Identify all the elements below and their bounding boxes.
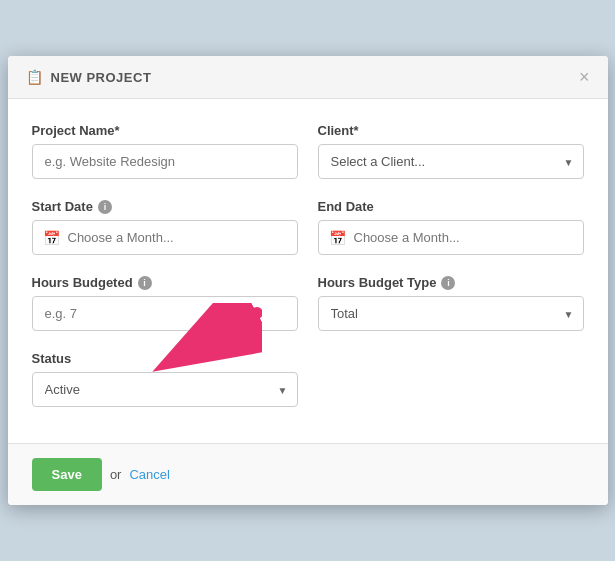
end-date-wrapper: 📅: [318, 220, 584, 255]
modal-footer: Save or Cancel: [8, 443, 608, 505]
new-project-modal: 📋 NEW PROJECT × Project Name* Client* Se…: [8, 56, 608, 505]
info-icon-budget-type: i: [441, 276, 455, 290]
hours-budget-type-wrapper: Total Per Person Per Task ▼: [318, 296, 584, 331]
start-date-label: Start Date i: [32, 199, 298, 214]
form-row-2: Start Date i 📅 End Date 📅: [32, 199, 584, 255]
client-select[interactable]: Select a Client...: [318, 144, 584, 179]
hours-budgeted-input[interactable]: [32, 296, 298, 331]
start-date-input[interactable]: [68, 221, 287, 254]
start-date-group: Start Date i 📅: [32, 199, 298, 255]
info-icon-start-date: i: [98, 200, 112, 214]
hours-budget-type-label: Hours Budget Type i: [318, 275, 584, 290]
hours-budgeted-group: Hours Budgeted i: [32, 275, 298, 331]
hours-budget-type-select[interactable]: Total Per Person Per Task: [318, 296, 584, 331]
modal-header-left: 📋 NEW PROJECT: [26, 69, 152, 85]
status-select-wrapper: Active Inactive Archived ▼: [32, 372, 298, 407]
end-date-input[interactable]: [354, 221, 573, 254]
end-date-label: End Date: [318, 199, 584, 214]
status-label: Status: [32, 351, 298, 366]
project-name-label: Project Name*: [32, 123, 298, 138]
briefcase-icon: 📋: [26, 69, 43, 85]
client-select-wrapper: Select a Client... ▼: [318, 144, 584, 179]
save-button[interactable]: Save: [32, 458, 102, 491]
modal-title: NEW PROJECT: [51, 70, 152, 85]
project-name-group: Project Name*: [32, 123, 298, 179]
info-icon-hours: i: [138, 276, 152, 290]
hours-budget-type-group: Hours Budget Type i Total Per Person Per…: [318, 275, 584, 331]
client-label: Client*: [318, 123, 584, 138]
form-row-3: Hours Budgeted i Hours Budget Type i: [32, 275, 584, 331]
empty-group: [318, 351, 584, 407]
cancel-button[interactable]: Cancel: [129, 467, 169, 482]
form-row-1: Project Name* Client* Select a Client...…: [32, 123, 584, 179]
form-row-4: Status Active Inactive Archived ▼: [32, 351, 584, 407]
start-date-wrapper: 📅: [32, 220, 298, 255]
hours-budgeted-label: Hours Budgeted i: [32, 275, 298, 290]
calendar-icon-end: 📅: [329, 230, 346, 246]
calendar-icon-start: 📅: [43, 230, 60, 246]
status-group: Status Active Inactive Archived ▼: [32, 351, 298, 407]
modal-body: Project Name* Client* Select a Client...…: [8, 99, 608, 443]
footer-or-text: or: [110, 467, 122, 482]
project-name-input[interactable]: [32, 144, 298, 179]
close-button[interactable]: ×: [579, 68, 590, 86]
end-date-group: End Date 📅: [318, 199, 584, 255]
client-group: Client* Select a Client... ▼: [318, 123, 584, 179]
modal-header: 📋 NEW PROJECT ×: [8, 56, 608, 99]
status-select[interactable]: Active Inactive Archived: [32, 372, 298, 407]
